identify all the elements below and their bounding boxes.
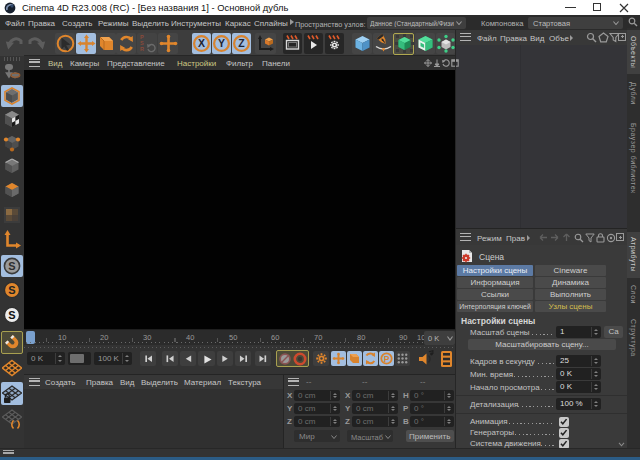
svg-text:Z: Z [238, 37, 245, 49]
svg-text:S: S [8, 309, 15, 321]
svg-text:P: P [384, 354, 390, 364]
svg-text:X: X [198, 37, 205, 49]
svg-text:S: S [8, 260, 15, 272]
svg-text:Y: Y [218, 37, 225, 49]
svg-text:S: S [8, 284, 15, 296]
